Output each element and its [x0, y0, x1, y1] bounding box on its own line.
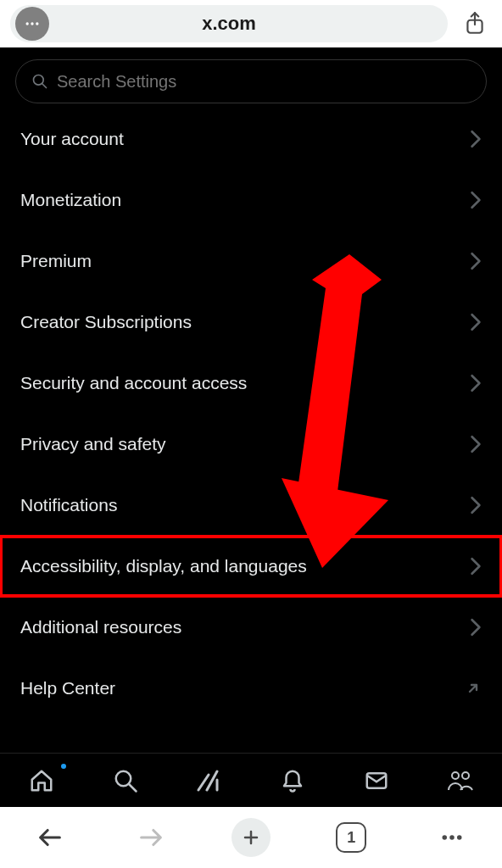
chevron-right-icon [470, 496, 482, 515]
settings-item[interactable]: Premium [0, 231, 502, 292]
people-icon [446, 768, 475, 793]
settings-item-label: Creator Subscriptions [20, 312, 192, 332]
chevron-right-icon [470, 313, 482, 331]
settings-item-label: Monetization [20, 190, 121, 210]
tab-count: 1 [347, 829, 355, 847]
svg-line-9 [129, 783, 137, 791]
grok-icon [195, 768, 224, 793]
settings-item-label: Premium [20, 251, 92, 271]
settings-item[interactable]: Notifications [0, 475, 502, 536]
settings-item[interactable]: Your account [0, 108, 502, 170]
chevron-right-icon [470, 374, 482, 392]
settings-item-label: Notifications [20, 495, 117, 515]
page-menu-button[interactable] [15, 7, 49, 41]
share-button[interactable] [458, 7, 492, 41]
nav-home[interactable] [27, 766, 56, 795]
nav-messages[interactable] [362, 766, 391, 795]
settings-item[interactable]: Creator Subscriptions [0, 292, 502, 353]
more-horizontal-icon [439, 825, 465, 850]
chevron-right-icon [470, 130, 482, 148]
browser-menu[interactable] [431, 816, 473, 859]
browser-back[interactable] [29, 816, 71, 859]
browser-tabs[interactable]: 1 [330, 816, 372, 859]
bell-icon [280, 768, 305, 793]
settings-item-label: Help Center [20, 678, 115, 698]
svg-point-1 [31, 22, 33, 25]
svg-point-13 [442, 835, 447, 840]
browser-new-tab[interactable] [230, 816, 272, 859]
home-icon [29, 768, 54, 793]
settings-page: Your accountMonetizationPremiumCreator S… [0, 47, 502, 807]
svg-line-5 [42, 84, 47, 88]
url-text: x.com [202, 13, 256, 35]
browser-bottom-bar: 1 [0, 807, 502, 868]
share-icon [464, 11, 486, 36]
external-link-icon [465, 680, 482, 697]
svg-point-11 [452, 772, 459, 779]
svg-point-15 [457, 835, 462, 840]
chevron-right-icon [470, 618, 482, 637]
nav-grok[interactable] [195, 766, 224, 795]
chevron-right-icon [470, 435, 482, 453]
settings-item[interactable]: Privacy and safety [0, 414, 502, 475]
browser-forward[interactable] [130, 816, 172, 859]
search-settings-input[interactable] [57, 72, 471, 92]
settings-item[interactable]: Security and account access [0, 353, 502, 414]
chevron-right-icon [470, 252, 482, 270]
settings-item-label: Security and account access [20, 373, 247, 393]
settings-item-label: Privacy and safety [20, 434, 166, 454]
search-settings[interactable] [15, 59, 487, 103]
svg-point-14 [449, 835, 455, 840]
plus-icon [241, 827, 261, 848]
svg-point-0 [26, 22, 29, 25]
search-icon [113, 768, 138, 793]
search-icon [31, 73, 48, 90]
chevron-right-icon [470, 557, 482, 576]
settings-list: Your accountMonetizationPremiumCreator S… [0, 108, 502, 753]
more-horizontal-icon [24, 15, 41, 32]
settings-item[interactable]: Monetization [0, 170, 502, 231]
tabs-icon: 1 [336, 822, 366, 853]
arrow-right-icon [137, 823, 165, 852]
browser-top-bar: x.com [0, 0, 502, 47]
settings-item-label: Your account [20, 129, 124, 149]
settings-item[interactable]: Accessibility, display, and languages [3, 538, 499, 594]
mail-icon [364, 768, 389, 793]
settings-item-label: Accessibility, display, and languages [20, 556, 307, 576]
url-bar[interactable]: x.com [10, 5, 448, 42]
nav-notifications[interactable] [278, 766, 307, 795]
app-bottom-nav [0, 753, 502, 807]
svg-point-2 [36, 22, 38, 25]
settings-item[interactable]: Additional resources [0, 597, 502, 658]
nav-communities[interactable] [446, 766, 475, 795]
chevron-right-icon [470, 191, 482, 209]
settings-item-label: Additional resources [20, 617, 181, 637]
settings-item[interactable]: Help Center [0, 658, 502, 719]
notification-dot-icon [61, 764, 66, 769]
arrow-left-icon [36, 823, 64, 852]
svg-point-12 [462, 772, 469, 779]
nav-search[interactable] [111, 766, 140, 795]
